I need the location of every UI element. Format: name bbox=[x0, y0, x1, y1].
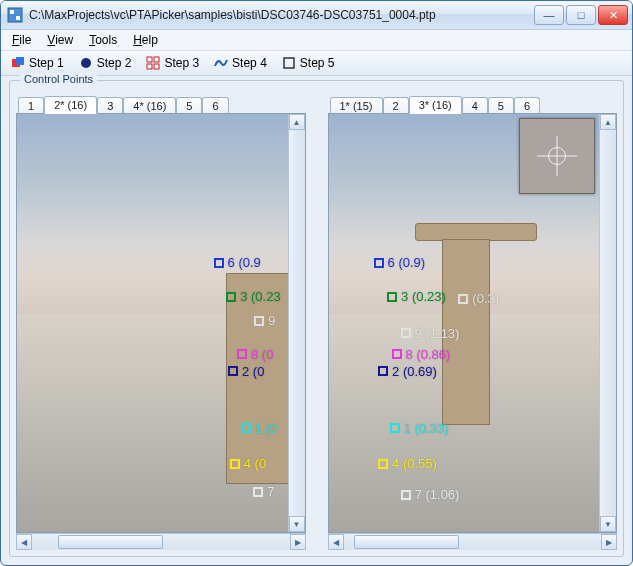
left-image-view[interactable]: 6 (0.93 (0.239 8 (02 (01 (04 (07 bbox=[17, 114, 288, 532]
scroll-down-icon[interactable]: ▼ bbox=[600, 516, 616, 532]
tab-4[interactable]: 5 bbox=[176, 97, 202, 114]
svg-rect-10 bbox=[284, 58, 294, 68]
toolbar-step3[interactable]: Step 3 bbox=[139, 53, 206, 73]
svg-rect-7 bbox=[154, 57, 159, 62]
tab-2[interactable]: 3 bbox=[97, 97, 123, 114]
point-label: 1 (0.33) bbox=[404, 421, 449, 436]
tab-5[interactable]: 6 bbox=[514, 97, 540, 114]
point-marker-icon bbox=[228, 366, 238, 376]
svg-rect-4 bbox=[16, 57, 24, 65]
control-point-7[interactable]: 7 (1.06) bbox=[401, 487, 460, 502]
toolbar-step5-label: Step 5 bbox=[300, 56, 335, 70]
window-controls: — □ ✕ bbox=[534, 5, 628, 25]
control-point-7[interactable]: 7 bbox=[253, 484, 274, 499]
scroll-track[interactable] bbox=[344, 534, 602, 550]
menu-help[interactable]: Help bbox=[126, 31, 165, 49]
toolbar-step4-label: Step 4 bbox=[232, 56, 267, 70]
point-marker-icon bbox=[390, 423, 400, 433]
scroll-thumb[interactable] bbox=[58, 535, 163, 549]
tab-4[interactable]: 5 bbox=[488, 97, 514, 114]
control-point-9[interactable]: 9 bbox=[254, 313, 275, 328]
control-point-9[interactable]: 9 (1.13) bbox=[401, 326, 460, 341]
toolbar-step3-label: Step 3 bbox=[164, 56, 199, 70]
tab-1[interactable]: 2 bbox=[383, 97, 409, 114]
scroll-right-icon[interactable]: ▶ bbox=[290, 534, 306, 550]
point-marker-icon bbox=[226, 292, 236, 302]
tab-2[interactable]: 3* (16) bbox=[409, 96, 462, 114]
point-label: 8 (0 bbox=[251, 347, 273, 362]
point-marker-icon bbox=[387, 292, 397, 302]
tab-5[interactable]: 6 bbox=[202, 97, 228, 114]
control-point-6[interactable]: 6 (0.9 bbox=[214, 255, 261, 270]
scroll-thumb[interactable] bbox=[354, 535, 459, 549]
window-title: C:\MaxProjects\vc\PTAPicker\samples\bist… bbox=[29, 8, 534, 22]
point-marker-icon bbox=[241, 423, 251, 433]
vscrollbar[interactable]: ▲ ▼ bbox=[599, 114, 616, 532]
left-pane: 12* (16)34* (16)56 6 (0.93 (0.239 8 (02 … bbox=[16, 91, 306, 550]
rock-cap bbox=[415, 223, 537, 241]
control-point-4[interactable]: 4 (0.55) bbox=[378, 456, 437, 471]
scroll-left-icon[interactable]: ◀ bbox=[328, 534, 344, 550]
app-icon bbox=[7, 7, 23, 23]
point-label: (0.3) bbox=[472, 291, 499, 306]
control-point-2[interactable]: 2 (0 bbox=[228, 364, 264, 379]
scroll-track[interactable] bbox=[32, 534, 290, 550]
point-label: 6 (0.9 bbox=[228, 255, 261, 270]
control-point-1[interactable]: 1 (0.33) bbox=[390, 421, 449, 436]
tab-1[interactable]: 2* (16) bbox=[44, 96, 97, 114]
control-point-3[interactable]: 3 (0.23 bbox=[226, 289, 280, 304]
control-point-3[interactable]: 3 (0.23) bbox=[387, 289, 446, 304]
tab-0[interactable]: 1* (15) bbox=[330, 97, 383, 114]
point-label: 8 (0.86) bbox=[406, 347, 451, 362]
toolbar-step5[interactable]: Step 5 bbox=[275, 53, 342, 73]
titlebar: C:\MaxProjects\vc\PTAPicker\samples\bist… bbox=[1, 1, 632, 30]
toolbar-step4[interactable]: Step 4 bbox=[207, 53, 274, 73]
scroll-left-icon[interactable]: ◀ bbox=[16, 534, 32, 550]
control-point-6[interactable]: 6 (0.9) bbox=[374, 255, 426, 270]
hscrollbar[interactable]: ◀ ▶ bbox=[16, 533, 306, 550]
left-tabstrip: 12* (16)34* (16)56 bbox=[16, 91, 306, 113]
point-marker-icon bbox=[378, 366, 388, 376]
vscrollbar[interactable]: ▲ ▼ bbox=[288, 114, 305, 532]
control-point-[interactable]: (0.3) bbox=[458, 291, 499, 306]
images-icon bbox=[11, 56, 25, 70]
svg-rect-9 bbox=[154, 64, 159, 69]
menu-tools[interactable]: Tools bbox=[82, 31, 124, 49]
control-point-1[interactable]: 1 (0 bbox=[241, 421, 277, 436]
control-point-4[interactable]: 4 (0 bbox=[230, 456, 266, 471]
point-marker-icon bbox=[374, 258, 384, 268]
right-pane: 1* (15)23* (16)456 6 (0.9)3 (0.23)(0.3)9… bbox=[328, 91, 618, 550]
point-marker-icon bbox=[401, 490, 411, 500]
svg-rect-6 bbox=[147, 57, 152, 62]
menu-view[interactable]: View bbox=[40, 31, 80, 49]
control-point-2[interactable]: 2 (0.69) bbox=[378, 364, 437, 379]
grid-icon bbox=[146, 56, 160, 70]
scroll-up-icon[interactable]: ▲ bbox=[600, 114, 616, 130]
scroll-up-icon[interactable]: ▲ bbox=[289, 114, 305, 130]
hscrollbar[interactable]: ◀ ▶ bbox=[328, 533, 618, 550]
svg-rect-2 bbox=[16, 16, 20, 20]
control-point-8[interactable]: 8 (0 bbox=[237, 347, 273, 362]
right-image-view[interactable]: 6 (0.9)3 (0.23)(0.3)9 (1.13)8 (0.86)2 (0… bbox=[329, 114, 600, 532]
point-label: 2 (0 bbox=[242, 364, 264, 379]
scroll-right-icon[interactable]: ▶ bbox=[601, 534, 617, 550]
menu-file[interactable]: File bbox=[5, 31, 38, 49]
close-button[interactable]: ✕ bbox=[598, 5, 628, 25]
maximize-button[interactable]: □ bbox=[566, 5, 596, 25]
left-image-frame: 6 (0.93 (0.239 8 (02 (01 (04 (07 ▲ ▼ bbox=[16, 113, 306, 533]
control-point-8[interactable]: 8 (0.86) bbox=[392, 347, 451, 362]
scroll-down-icon[interactable]: ▼ bbox=[289, 516, 305, 532]
right-tabstrip: 1* (15)23* (16)456 bbox=[328, 91, 618, 113]
toolbar-step1[interactable]: Step 1 bbox=[4, 53, 71, 73]
tab-0[interactable]: 1 bbox=[18, 97, 44, 114]
minimize-button[interactable]: — bbox=[534, 5, 564, 25]
point-label: 3 (0.23 bbox=[240, 289, 280, 304]
toolbar-step2[interactable]: Step 2 bbox=[72, 53, 139, 73]
point-marker-icon bbox=[253, 487, 263, 497]
tab-3[interactable]: 4* (16) bbox=[123, 97, 176, 114]
magnifier-overlay bbox=[519, 118, 595, 194]
tab-3[interactable]: 4 bbox=[462, 97, 488, 114]
point-label: 1 (0 bbox=[255, 421, 277, 436]
menubar: File View Tools Help bbox=[1, 30, 632, 51]
point-marker-icon bbox=[401, 328, 411, 338]
